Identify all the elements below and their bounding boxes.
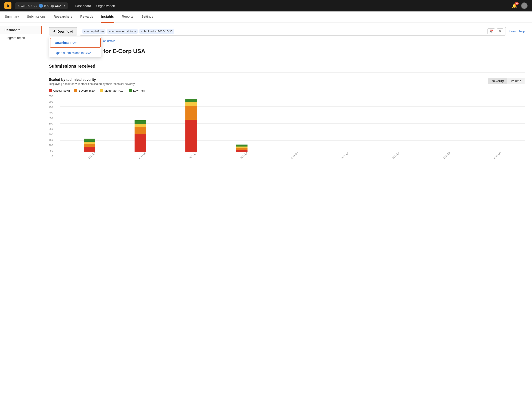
- download-icon: ⬇: [53, 29, 56, 33]
- tab-researchers[interactable]: Researchers: [53, 11, 73, 23]
- bar-group: [470, 95, 520, 152]
- download-container: ⬇ Download Download PDF Export submissio…: [49, 27, 77, 35]
- search-area: source:platform source:external_form sub…: [80, 27, 506, 36]
- bar-group: [166, 95, 216, 152]
- legend-severe: Severe (x20): [74, 89, 95, 92]
- download-button[interactable]: ⬇ Download: [49, 27, 77, 35]
- filter-submitted-date[interactable]: submitted:>=2020-10-30: [139, 29, 174, 34]
- notification-button[interactable]: 🔔 57: [512, 3, 518, 8]
- chart-title: Scaled by technical severity: [49, 78, 135, 82]
- legend-critical-label: Critical: [53, 89, 62, 92]
- bar-group: [216, 95, 267, 152]
- breadcrumb[interactable]: E-Corp USA / 🛡 E-Corp USA ▾: [15, 2, 68, 9]
- legend-low-count: (x5): [140, 89, 145, 92]
- legend-severe-label: Severe: [79, 89, 88, 92]
- bar-stack: [134, 120, 146, 152]
- nav-right: 🔔 57: [512, 2, 528, 9]
- sidebar: Dashboard Program report: [0, 22, 42, 401]
- results-row: 86 results matching search · view submis…: [49, 39, 525, 43]
- bar-segment: [134, 120, 146, 124]
- bar-group: [64, 95, 115, 152]
- bar-stack: [185, 99, 197, 152]
- chevron-down-icon: ▾: [64, 4, 65, 7]
- chart-legend: Critical (x40) Severe (x20) Moderate (x1…: [49, 89, 525, 92]
- bar-segment: [185, 120, 197, 152]
- legend-low: Low (x5): [129, 89, 145, 92]
- chart-subtitle: Displaying accepted vulnerabilities scal…: [49, 82, 135, 85]
- top-nav-links: Dashboard Organization: [75, 4, 115, 8]
- bar-group: [318, 95, 368, 152]
- y-axis: 550 500 450 400 350 300 250 200 150 100 …: [49, 95, 55, 157]
- sidebar-item-program-report[interactable]: Program report: [0, 34, 42, 42]
- shield-icon: 🛡: [39, 4, 43, 8]
- bar-segment: [84, 144, 95, 147]
- nav-dashboard[interactable]: Dashboard: [75, 4, 91, 8]
- chart-header: Scaled by technical severity Displaying …: [49, 78, 525, 85]
- filter-source-external-form[interactable]: source:external_form: [107, 29, 138, 34]
- legend-critical-dot: [49, 89, 52, 92]
- tab-summary[interactable]: Summary: [4, 11, 19, 23]
- legend-critical-count: (x40): [63, 89, 70, 92]
- bar-group: [419, 95, 470, 152]
- bar-group: [368, 95, 419, 152]
- sidebar-item-dashboard[interactable]: Dashboard: [0, 26, 42, 34]
- bar-segment: [185, 102, 197, 106]
- calendar-icon[interactable]: 📅: [487, 28, 495, 34]
- bar-segment: [185, 106, 197, 120]
- bar-group: [267, 95, 318, 152]
- download-dropdown: Download PDF Export submissions to CSV: [49, 37, 102, 58]
- legend-moderate-label: Moderate: [104, 89, 116, 92]
- download-pdf-item[interactable]: Download PDF: [50, 38, 101, 48]
- severity-volume-toggle: Severity Volume: [488, 78, 525, 84]
- tab-rewards[interactable]: Rewards: [80, 11, 94, 23]
- x-labels: 2020 Q42021 Q12021 Q22021 Q32021 Q42022 …: [60, 154, 525, 157]
- toggle-severity[interactable]: Severity: [488, 78, 507, 84]
- bar-segment: [134, 124, 146, 127]
- avatar[interactable]: [521, 2, 528, 9]
- toggle-volume[interactable]: Volume: [507, 78, 525, 84]
- bar-chart: 550 500 450 400 350 300 250 200 150 100 …: [49, 95, 525, 166]
- legend-moderate-dot: [100, 89, 103, 92]
- chart-title-area: Scaled by technical severity Displaying …: [49, 78, 135, 85]
- search-help-link[interactable]: Search help: [508, 30, 525, 33]
- bar-segment: [84, 139, 95, 142]
- title-divider: [49, 58, 525, 58]
- tab-settings[interactable]: Settings: [141, 11, 154, 23]
- main-layout: Dashboard Program report ⬇ Download Down…: [0, 22, 532, 401]
- secondary-navigation: Summary Submissions Researchers Rewards …: [0, 12, 532, 22]
- export-csv-item[interactable]: Export submissions to CSV: [49, 48, 101, 57]
- submissions-section-title: Submissions received: [49, 64, 525, 69]
- tab-insights[interactable]: Insights: [101, 11, 114, 23]
- filter-source-platform[interactable]: source:platform: [82, 29, 106, 34]
- bar-segment: [185, 99, 197, 102]
- search-actions: 📅 ✕: [487, 28, 503, 34]
- breadcrumb-parent: E-Corp USA: [18, 4, 35, 7]
- legend-severe-dot: [74, 89, 77, 92]
- breadcrumb-current: 🛡 E-Corp USA: [39, 4, 61, 8]
- legend-severe-count: (x20): [89, 89, 96, 92]
- bar-segment: [84, 142, 95, 144]
- tab-submissions[interactable]: Submissions: [26, 11, 46, 23]
- toolbar-row: ⬇ Download Download PDF Export submissio…: [49, 27, 525, 36]
- legend-low-dot: [129, 89, 132, 92]
- notification-badge: 57: [515, 2, 519, 5]
- legend-critical: Critical (x40): [49, 89, 70, 92]
- tab-reports[interactable]: Reports: [121, 11, 134, 23]
- legend-moderate: Moderate (x10): [100, 89, 124, 92]
- main-content: ⬇ Download Download PDF Export submissio…: [42, 22, 532, 401]
- bar-segment: [236, 144, 247, 147]
- bar-segment: [134, 127, 146, 134]
- bar-group: [115, 95, 166, 152]
- chart-section: Scaled by technical severity Displaying …: [49, 78, 525, 166]
- submissions-divider: [49, 72, 525, 72]
- legend-low-label: Low: [133, 89, 139, 92]
- breadcrumb-separator: /: [36, 4, 37, 7]
- logo[interactable]: b: [4, 2, 12, 9]
- dashboard-title: Insights dashboard for E-Corp USA: [49, 48, 525, 55]
- nav-organization[interactable]: Organization: [96, 4, 115, 8]
- legend-moderate-count: (x10): [118, 89, 124, 92]
- clear-search-button[interactable]: ✕: [497, 28, 503, 34]
- top-navigation: b E-Corp USA / 🛡 E-Corp USA ▾ Dashboard …: [0, 0, 532, 12]
